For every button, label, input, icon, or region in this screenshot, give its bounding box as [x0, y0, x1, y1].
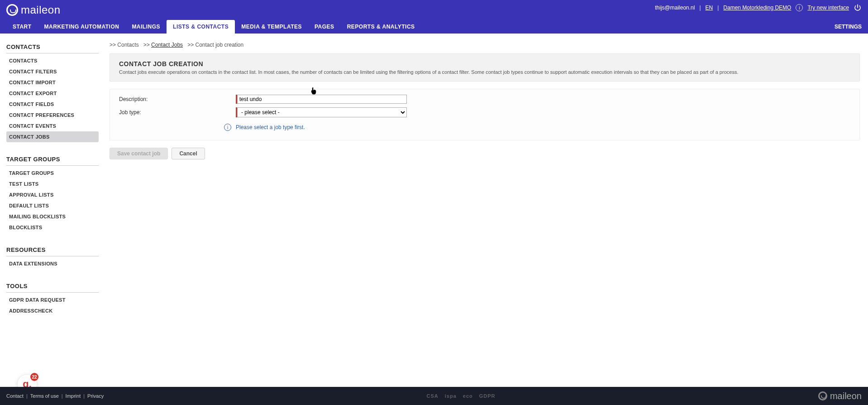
jobtype-select[interactable]: - please select -	[237, 107, 407, 117]
hint-text: Please select a job type first.	[236, 124, 305, 130]
logo-icon	[6, 4, 18, 16]
sidebar-item-addresscheck[interactable]: ADDRESSCHECK	[6, 305, 99, 316]
sidebar-item-approval-lists[interactable]: APPROVAL LISTS	[6, 189, 99, 200]
info-icon[interactable]: i	[796, 4, 803, 11]
action-buttons: Save contact job Cancel	[110, 148, 860, 159]
jobtype-label: Job type:	[119, 109, 236, 116]
brand-logo[interactable]: maileon	[6, 4, 61, 16]
sidebar-item-contact-export[interactable]: CONTACT EXPORT	[6, 88, 99, 99]
sidebar-item-test-lists[interactable]: TEST LISTS	[6, 178, 99, 189]
crumb-contact-jobs[interactable]: Contact Jobs	[151, 42, 183, 48]
sidebar-item-default-lists[interactable]: DEFAULT LISTS	[6, 200, 99, 211]
nav-item-marketing-automation[interactable]: MARKETING AUTOMATION	[38, 20, 126, 34]
nav-settings[interactable]: SETTINGS	[835, 20, 862, 34]
brand-name: maileon	[21, 4, 61, 16]
separator: |	[717, 5, 719, 11]
page-header-panel: CONTACT JOB CREATION Contact jobs execut…	[110, 53, 860, 82]
main-content: >> Contacts >> Contact Jobs >> Contact j…	[105, 34, 868, 334]
sidebar-item-data-extensions[interactable]: DATA EXTENSIONS	[6, 258, 99, 269]
page-title: CONTACT JOB CREATION	[119, 60, 850, 68]
separator: |	[699, 5, 701, 11]
form-section: Description: Job type: - please select -…	[110, 89, 860, 140]
sidebar-item-contact-preferences[interactable]: CONTACT PREFERENCES	[6, 110, 99, 121]
logout-icon[interactable]	[854, 4, 862, 12]
hint-row: i Please select a job type first.	[224, 124, 850, 131]
page-description: Contact jobs execute operations on conta…	[119, 69, 850, 75]
crumb-contacts[interactable]: Contacts	[117, 42, 138, 48]
sidebar-item-blocklists[interactable]: BLOCKLISTS	[6, 222, 99, 233]
sidebar: CONTACTS CONTACTSCONTACT FILTERSCONTACT …	[0, 34, 105, 334]
breadcrumb: >> Contacts >> Contact Jobs >> Contact j…	[110, 42, 860, 48]
description-label: Description:	[119, 96, 236, 102]
top-right-area: thijs@maileon.nl | EN | Damen Motorkledi…	[655, 4, 862, 12]
sidebar-group-contacts: CONTACTS	[6, 41, 99, 53]
cancel-button[interactable]: Cancel	[172, 148, 205, 159]
nav-item-media-templates[interactable]: MEDIA & TEMPLATES	[235, 20, 308, 34]
sidebar-item-contacts[interactable]: CONTACTS	[6, 55, 99, 66]
nav-item-mailings[interactable]: MAILINGS	[125, 20, 167, 34]
main-nav: STARTMARKETING AUTOMATIONMAILINGSLISTS &…	[0, 20, 868, 34]
sidebar-item-gdpr-data-request[interactable]: GDPR DATA REQUEST	[6, 294, 99, 305]
nav-item-start[interactable]: START	[6, 20, 38, 34]
lang-link[interactable]: EN	[706, 5, 713, 11]
sidebar-item-target-groups[interactable]: TARGET GROUPS	[6, 168, 99, 178]
nav-item-pages[interactable]: PAGES	[308, 20, 341, 34]
try-new-interface-link[interactable]: Try new interface	[807, 5, 849, 11]
nav-item-reports-analytics[interactable]: REPORTS & ANALYTICS	[341, 20, 421, 34]
sidebar-item-mailing-blocklists[interactable]: MAILING BLOCKLISTS	[6, 211, 99, 222]
sidebar-item-contact-jobs[interactable]: CONTACT JOBS	[6, 131, 99, 142]
top-bar: maileon thijs@maileon.nl | EN | Damen Mo…	[0, 0, 868, 34]
sidebar-item-contact-filters[interactable]: CONTACT FILTERS	[6, 66, 99, 77]
description-input[interactable]	[237, 95, 407, 104]
user-email: thijs@maileon.nl	[655, 5, 695, 11]
sidebar-group-tools: TOOLS	[6, 280, 99, 293]
sidebar-group-targetgroups: TARGET GROUPS	[6, 153, 99, 166]
sidebar-item-contact-fields[interactable]: CONTACT FIELDS	[6, 99, 99, 110]
nav-item-lists-contacts[interactable]: LISTS & CONTACTS	[167, 20, 235, 34]
account-link[interactable]: Damen Motorkleding DEMO	[723, 5, 791, 11]
save-button: Save contact job	[110, 148, 168, 159]
info-icon: i	[224, 124, 231, 131]
crumb-current: Contact job creation	[195, 42, 243, 48]
sidebar-group-resources: RESOURCES	[6, 244, 99, 256]
sidebar-item-contact-events[interactable]: CONTACT EVENTS	[6, 121, 99, 131]
sidebar-item-contact-import[interactable]: CONTACT IMPORT	[6, 77, 99, 88]
